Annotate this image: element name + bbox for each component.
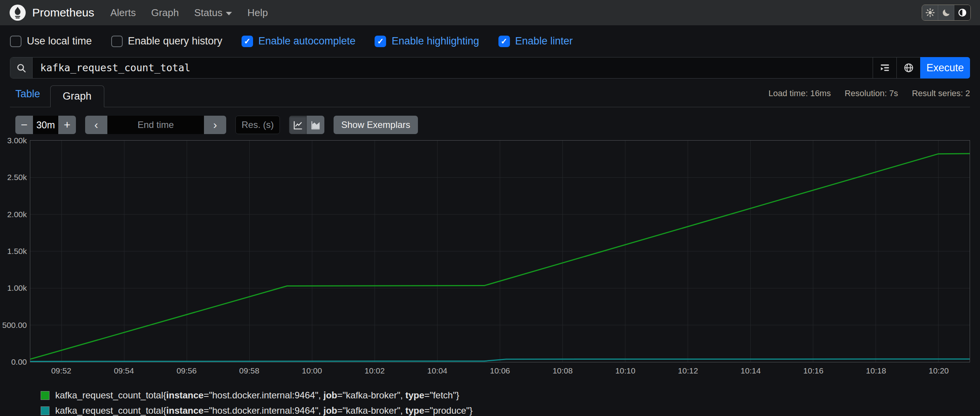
range-decrease-button[interactable]: − xyxy=(15,116,33,134)
theme-auto-button[interactable] xyxy=(954,5,970,20)
execute-button[interactable]: Execute xyxy=(920,57,970,79)
tab-graph[interactable]: Graph xyxy=(50,85,104,107)
option-enable-query-history[interactable]: Enable query history xyxy=(111,35,222,47)
option-label: Enable autocomplete xyxy=(258,35,356,47)
end-time-input[interactable] xyxy=(107,116,204,134)
navbar: Prometheus Alerts Graph Status Help xyxy=(0,0,980,25)
option-label: Enable query history xyxy=(128,35,222,47)
x-tick-label: 10:20 xyxy=(929,366,949,375)
x-axis: 09:5209:5409:5609:5810:0010:0210:0410:06… xyxy=(30,362,970,378)
x-tick-label: 10:06 xyxy=(490,366,510,375)
x-tick-label: 10:02 xyxy=(365,366,385,375)
legend-label: kafka_request_count_total{instance="host… xyxy=(55,390,459,401)
result-series: Result series: 2 xyxy=(912,88,970,98)
query-input-group: Execute xyxy=(10,57,970,79)
y-tick-label: 2.00k xyxy=(7,210,27,219)
option-enable-highlighting[interactable]: ✓Enable highlighting xyxy=(375,35,479,47)
chart-area: 0.00500.001.00k1.50k2.00k2.50k3.00k 09:5… xyxy=(5,140,970,378)
x-tick-label: 10:18 xyxy=(866,366,886,375)
option-label: Use local time xyxy=(27,35,92,47)
legend: kafka_request_count_total{instance="host… xyxy=(41,390,980,416)
legend-item-1[interactable]: kafka_request_count_total{instance="host… xyxy=(41,405,980,416)
end-time-stepper: ‹ › xyxy=(85,116,226,134)
theme-light-button[interactable] xyxy=(922,5,938,20)
checked-checkbox[interactable]: ✓ xyxy=(242,36,253,47)
option-label: Enable linter xyxy=(515,35,573,47)
nav-links: Alerts Graph Status Help xyxy=(110,7,268,19)
sun-icon xyxy=(926,8,935,17)
chevron-down-icon xyxy=(226,12,232,15)
legend-label: kafka_request_count_total{instance="host… xyxy=(55,405,472,416)
globe-icon xyxy=(903,62,914,73)
search-icon xyxy=(16,63,26,73)
tab-table[interactable]: Table xyxy=(10,88,50,107)
x-tick-label: 09:56 xyxy=(176,366,197,375)
contrast-icon xyxy=(958,8,967,17)
plot-column: 09:5209:5409:5609:5810:0010:0210:0410:06… xyxy=(30,140,970,378)
nav-item-help[interactable]: Help xyxy=(247,7,268,19)
nav-item-graph[interactable]: Graph xyxy=(151,7,179,19)
time-back-button[interactable]: ‹ xyxy=(85,116,107,134)
x-tick-label: 10:08 xyxy=(552,366,573,375)
theme-toggle-group xyxy=(922,5,971,21)
legend-swatch xyxy=(41,391,49,400)
nav-item-status-dropdown[interactable]: Status xyxy=(194,7,232,19)
option-enable-autocomplete[interactable]: ✓Enable autocomplete xyxy=(242,35,356,47)
line-chart-icon xyxy=(293,120,303,130)
metrics-explorer-icon xyxy=(880,62,890,73)
query-stats: Load time: 16ms Resolution: 7s Result se… xyxy=(768,88,970,107)
y-tick-label: 1.50k xyxy=(7,247,27,256)
prometheus-brand-link[interactable]: Prometheus xyxy=(9,4,94,21)
y-tick-label: 2.50k xyxy=(7,173,27,182)
option-label: Enable highlighting xyxy=(391,35,479,47)
y-tick-label: 500.00 xyxy=(2,321,27,330)
y-tick-label: 3.00k xyxy=(7,136,27,145)
nav-item-alerts[interactable]: Alerts xyxy=(110,7,136,19)
x-tick-label: 10:00 xyxy=(302,366,322,375)
metrics-explorer-button[interactable] xyxy=(873,57,896,78)
range-increase-button[interactable]: + xyxy=(58,116,76,134)
time-forward-button[interactable]: › xyxy=(204,116,226,134)
x-tick-label: 10:16 xyxy=(803,366,824,375)
x-tick-label: 10:12 xyxy=(678,366,698,375)
y-axis: 0.00500.001.00k1.50k2.00k2.50k3.00k xyxy=(5,140,30,362)
checked-checkbox[interactable]: ✓ xyxy=(375,36,386,47)
option-use-local-time[interactable]: Use local time xyxy=(10,35,92,47)
x-tick-label: 10:04 xyxy=(427,366,447,375)
range-input[interactable] xyxy=(33,116,58,134)
x-tick-label: 10:10 xyxy=(615,366,636,375)
result-tabbar: Table Graph Load time: 16ms Resolution: … xyxy=(10,85,970,107)
load-time: Load time: 16ms xyxy=(768,88,831,98)
moon-icon xyxy=(942,8,951,17)
range-stepper: − + xyxy=(15,116,76,134)
theme-dark-button[interactable] xyxy=(938,5,954,20)
brand-label: Prometheus xyxy=(32,6,94,19)
x-tick-label: 10:14 xyxy=(741,366,761,375)
legend-item-0[interactable]: kafka_request_count_total{instance="host… xyxy=(41,390,980,401)
x-tick-label: 09:52 xyxy=(51,366,71,375)
graph-controls: − + ‹ › Show Exemplars xyxy=(15,116,980,134)
unchecked-checkbox[interactable] xyxy=(10,36,21,47)
options-row: Use local timeEnable query history✓Enabl… xyxy=(0,25,980,47)
query-expression-input[interactable] xyxy=(33,57,873,78)
stacked-chart-button[interactable] xyxy=(307,116,324,134)
resolution: Resolution: 7s xyxy=(845,88,898,98)
y-tick-label: 1.00k xyxy=(7,283,27,293)
x-tick-label: 09:58 xyxy=(239,366,260,375)
graph-canvas xyxy=(30,141,970,362)
show-exemplars-button[interactable]: Show Exemplars xyxy=(334,116,418,134)
graph-plot-area[interactable] xyxy=(30,140,970,362)
local-time-globe-button[interactable] xyxy=(896,57,920,78)
x-tick-label: 09:54 xyxy=(114,366,134,375)
line-chart-button[interactable] xyxy=(289,116,307,134)
unchecked-checkbox[interactable] xyxy=(111,36,123,47)
y-tick-label: 0.00 xyxy=(11,357,27,367)
prometheus-logo-icon xyxy=(9,4,26,21)
chart-type-toggle xyxy=(289,116,324,134)
checked-checkbox[interactable]: ✓ xyxy=(498,36,510,47)
legend-swatch xyxy=(41,406,49,415)
stacked-chart-icon xyxy=(311,120,321,130)
search-addon xyxy=(10,57,33,78)
resolution-input[interactable] xyxy=(235,116,280,134)
option-enable-linter[interactable]: ✓Enable linter xyxy=(498,35,573,47)
